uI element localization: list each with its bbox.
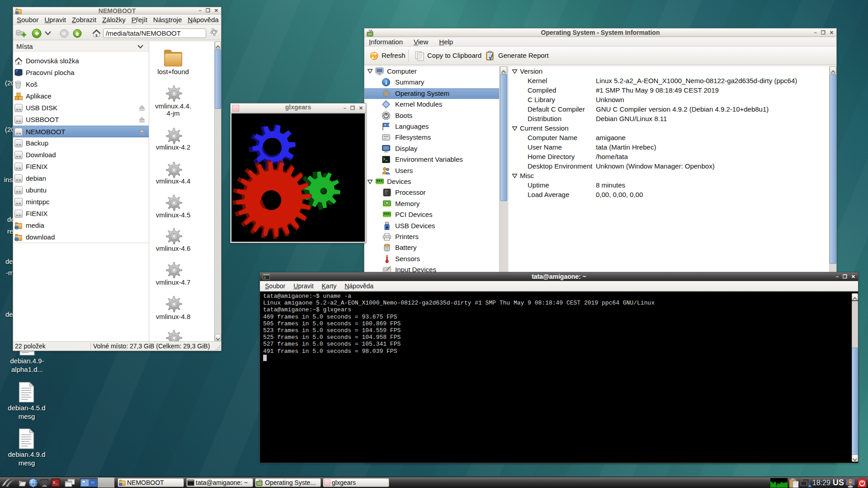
svg-text:!: !	[809, 485, 810, 488]
svg-text:#_: #_	[53, 481, 58, 485]
